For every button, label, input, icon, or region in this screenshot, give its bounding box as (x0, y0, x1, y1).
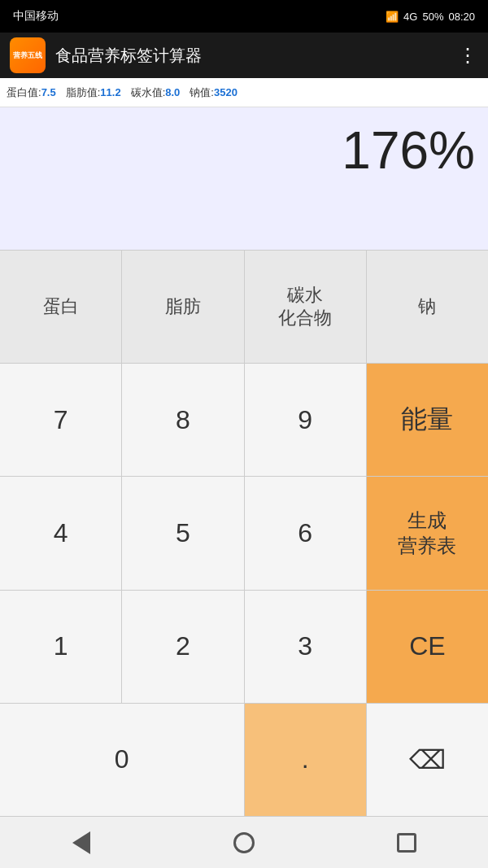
protein-item: 蛋白值:7.5 (7, 85, 56, 100)
keypad: 蛋白 脂肪 碳水化合物 钠 7 8 9 能量 4 5 6 生成营养表 1 2 3… (0, 250, 488, 816)
carrier-label: 中国移动 (13, 9, 59, 24)
key-6[interactable]: 6 (245, 477, 366, 589)
key-energy[interactable]: 能量 (367, 364, 488, 476)
status-bar: 中国移动 📶 4G 50% 08:20 (0, 0, 488, 33)
time-label: 08:20 (448, 11, 475, 23)
key-dot[interactable]: . (245, 704, 366, 816)
back-icon (72, 831, 90, 854)
key-8[interactable]: 8 (122, 364, 243, 476)
key-4[interactable]: 4 (0, 477, 121, 589)
display-area: 176% (0, 107, 488, 250)
key-5[interactable]: 5 (122, 477, 243, 589)
app-title: 食品营养标签计算器 (55, 45, 458, 67)
display-value: 176% (342, 120, 475, 181)
app-icon: 营养五线 (10, 37, 46, 73)
key-7[interactable]: 7 (0, 364, 121, 476)
home-icon (233, 832, 255, 853)
key-2[interactable]: 2 (122, 591, 243, 703)
recents-button[interactable] (389, 825, 425, 861)
key-protein[interactable]: 蛋白 (0, 251, 121, 363)
menu-icon[interactable]: ⋮ (458, 44, 478, 67)
status-right: 📶 4G 50% 08:20 (386, 11, 475, 23)
key-backspace[interactable]: ⌫ (367, 704, 488, 816)
carb-item: 碳水值:8.0 (131, 85, 181, 100)
fat-item: 脂肪值:11.2 (66, 85, 121, 100)
key-1[interactable]: 1 (0, 591, 121, 703)
nav-bar (0, 816, 488, 868)
key-9[interactable]: 9 (245, 364, 366, 476)
recents-icon (397, 833, 416, 853)
key-3[interactable]: 3 (245, 591, 366, 703)
key-generate[interactable]: 生成营养表 (367, 477, 488, 589)
battery-label: 50% (422, 11, 443, 23)
title-bar: 营养五线 食品营养标签计算器 ⋮ (0, 33, 488, 78)
back-button[interactable] (63, 825, 99, 861)
nutrition-bar: 蛋白值:7.5 脂肪值:11.2 碳水值:8.0 钠值:3520 (0, 78, 488, 107)
sodium-item: 钠值:3520 (190, 85, 237, 100)
key-carb[interactable]: 碳水化合物 (245, 251, 366, 363)
key-0[interactable]: 0 (0, 704, 244, 816)
key-sodium[interactable]: 钠 (367, 251, 488, 363)
key-fat[interactable]: 脂肪 (122, 251, 243, 363)
key-ce[interactable]: CE (367, 591, 488, 703)
network-type: 4G (403, 11, 417, 23)
wifi-icon: 📶 (386, 11, 399, 23)
home-button[interactable] (226, 825, 262, 861)
